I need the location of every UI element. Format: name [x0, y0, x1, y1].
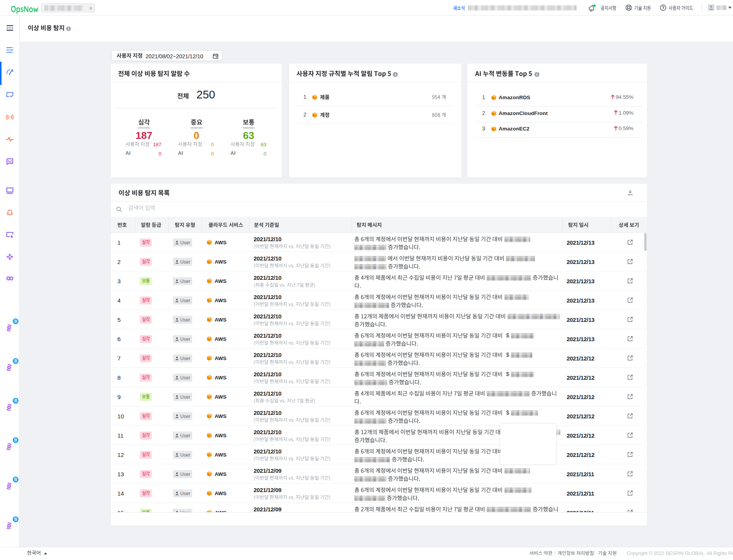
svg-text:?: ?: [662, 5, 664, 10]
